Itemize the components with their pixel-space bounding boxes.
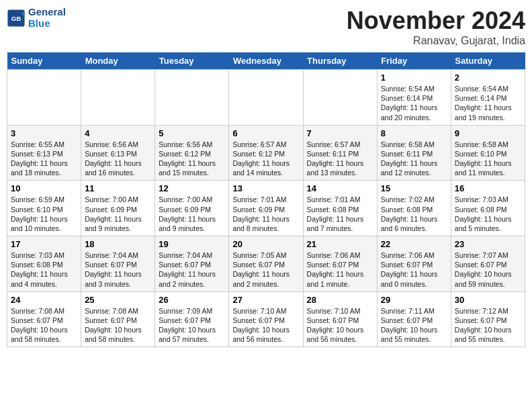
day-info: Sunrise: 6:56 AM Sunset: 6:13 PM Dayligh… xyxy=(85,140,151,178)
location: Ranavav, Gujarat, India xyxy=(347,35,525,47)
week-row-3: 17Sunrise: 7:03 AM Sunset: 6:08 PM Dayli… xyxy=(7,236,525,292)
svg-text:GB: GB xyxy=(11,15,21,22)
day-info: Sunrise: 7:05 AM Sunset: 6:07 PM Dayligh… xyxy=(232,250,299,289)
day-cell: 9Sunrise: 6:58 AM Sunset: 6:10 PM Daylig… xyxy=(451,125,525,181)
day-info: Sunrise: 7:12 AM Sunset: 6:07 PM Dayligh… xyxy=(455,306,521,345)
day-info: Sunrise: 7:09 AM Sunset: 6:07 PM Dayligh… xyxy=(159,306,225,345)
day-info: Sunrise: 7:04 AM Sunset: 6:07 PM Dayligh… xyxy=(159,250,225,289)
day-number: 2 xyxy=(455,73,521,83)
day-cell: 25Sunrise: 7:08 AM Sunset: 6:07 PM Dayli… xyxy=(81,291,155,347)
month-title: November 2024 xyxy=(347,7,525,35)
day-cell xyxy=(7,70,81,126)
day-cell: 14Sunrise: 7:01 AM Sunset: 6:08 PM Dayli… xyxy=(303,181,377,236)
day-info: Sunrise: 6:58 AM Sunset: 6:10 PM Dayligh… xyxy=(455,140,521,178)
day-number: 5 xyxy=(159,128,225,138)
day-number: 21 xyxy=(307,239,373,249)
week-row-4: 24Sunrise: 7:08 AM Sunset: 6:07 PM Dayli… xyxy=(7,291,525,347)
day-cell: 18Sunrise: 7:04 AM Sunset: 6:07 PM Dayli… xyxy=(81,236,155,292)
day-number: 17 xyxy=(11,239,77,249)
day-cell: 17Sunrise: 7:03 AM Sunset: 6:08 PM Dayli… xyxy=(7,236,81,292)
day-number: 11 xyxy=(85,183,151,193)
day-cell: 28Sunrise: 7:10 AM Sunset: 6:07 PM Dayli… xyxy=(303,291,377,347)
weekday-header-tuesday: Tuesday xyxy=(155,52,229,70)
day-info: Sunrise: 7:00 AM Sunset: 6:09 PM Dayligh… xyxy=(85,195,151,233)
weekday-header-wednesday: Wednesday xyxy=(229,52,303,70)
day-cell: 5Sunrise: 6:56 AM Sunset: 6:12 PM Daylig… xyxy=(155,125,229,181)
day-number: 26 xyxy=(159,295,225,305)
day-info: Sunrise: 7:10 AM Sunset: 6:07 PM Dayligh… xyxy=(232,306,299,345)
weekday-header-monday: Monday xyxy=(81,52,155,70)
day-number: 15 xyxy=(381,183,447,193)
day-number: 14 xyxy=(307,183,373,193)
day-number: 13 xyxy=(232,183,299,193)
day-cell xyxy=(81,70,155,126)
day-cell: 8Sunrise: 6:58 AM Sunset: 6:11 PM Daylig… xyxy=(377,125,451,181)
weekday-header-thursday: Thursday xyxy=(303,52,377,70)
day-info: Sunrise: 7:02 AM Sunset: 6:08 PM Dayligh… xyxy=(381,195,447,233)
logo-icon: GB xyxy=(7,9,26,28)
day-cell: 6Sunrise: 6:57 AM Sunset: 6:12 PM Daylig… xyxy=(229,125,303,181)
day-number: 24 xyxy=(11,295,77,305)
day-info: Sunrise: 6:54 AM Sunset: 6:14 PM Dayligh… xyxy=(381,84,447,122)
day-info: Sunrise: 6:58 AM Sunset: 6:11 PM Dayligh… xyxy=(381,140,447,178)
title-block: November 2024 Ranavav, Gujarat, India xyxy=(347,7,525,47)
week-row-1: 3Sunrise: 6:55 AM Sunset: 6:13 PM Daylig… xyxy=(7,125,525,181)
calendar-body: 1Sunrise: 6:54 AM Sunset: 6:14 PM Daylig… xyxy=(7,70,525,347)
day-cell: 11Sunrise: 7:00 AM Sunset: 6:09 PM Dayli… xyxy=(81,181,155,236)
day-number: 18 xyxy=(85,239,151,249)
day-info: Sunrise: 7:03 AM Sunset: 6:08 PM Dayligh… xyxy=(11,250,77,289)
day-info: Sunrise: 6:57 AM Sunset: 6:12 PM Dayligh… xyxy=(232,140,299,178)
day-info: Sunrise: 6:59 AM Sunset: 6:10 PM Dayligh… xyxy=(11,195,77,233)
day-info: Sunrise: 6:57 AM Sunset: 6:11 PM Dayligh… xyxy=(307,140,373,178)
day-cell: 24Sunrise: 7:08 AM Sunset: 6:07 PM Dayli… xyxy=(7,291,81,347)
day-info: Sunrise: 7:03 AM Sunset: 6:08 PM Dayligh… xyxy=(455,195,521,233)
day-number: 19 xyxy=(159,239,225,249)
week-row-2: 10Sunrise: 6:59 AM Sunset: 6:10 PM Dayli… xyxy=(7,181,525,236)
day-info: Sunrise: 7:04 AM Sunset: 6:07 PM Dayligh… xyxy=(85,250,151,289)
day-info: Sunrise: 7:08 AM Sunset: 6:07 PM Dayligh… xyxy=(11,306,77,345)
day-info: Sunrise: 7:11 AM Sunset: 6:07 PM Dayligh… xyxy=(381,306,447,345)
day-number: 1 xyxy=(381,73,447,83)
day-cell: 2Sunrise: 6:54 AM Sunset: 6:14 PM Daylig… xyxy=(451,70,525,126)
day-cell: 4Sunrise: 6:56 AM Sunset: 6:13 PM Daylig… xyxy=(81,125,155,181)
day-info: Sunrise: 7:06 AM Sunset: 6:07 PM Dayligh… xyxy=(307,250,373,289)
day-cell: 26Sunrise: 7:09 AM Sunset: 6:07 PM Dayli… xyxy=(155,291,229,347)
day-cell: 10Sunrise: 6:59 AM Sunset: 6:10 PM Dayli… xyxy=(7,181,81,236)
day-cell: 1Sunrise: 6:54 AM Sunset: 6:14 PM Daylig… xyxy=(377,70,451,126)
weekday-header-friday: Friday xyxy=(377,52,451,70)
weekday-header-sunday: Sunday xyxy=(7,52,81,70)
day-cell: 20Sunrise: 7:05 AM Sunset: 6:07 PM Dayli… xyxy=(229,236,303,292)
day-info: Sunrise: 7:08 AM Sunset: 6:07 PM Dayligh… xyxy=(85,306,151,345)
day-cell: 23Sunrise: 7:07 AM Sunset: 6:07 PM Dayli… xyxy=(451,236,525,292)
day-info: Sunrise: 7:01 AM Sunset: 6:09 PM Dayligh… xyxy=(232,195,299,233)
logo-line1: General xyxy=(28,7,66,18)
day-number: 4 xyxy=(85,128,151,138)
logo: GB General Blue xyxy=(7,7,66,29)
day-number: 12 xyxy=(159,183,225,193)
day-number: 9 xyxy=(455,128,521,138)
day-cell: 29Sunrise: 7:11 AM Sunset: 6:07 PM Dayli… xyxy=(377,291,451,347)
day-info: Sunrise: 6:56 AM Sunset: 6:12 PM Dayligh… xyxy=(159,140,225,178)
day-cell: 3Sunrise: 6:55 AM Sunset: 6:13 PM Daylig… xyxy=(7,125,81,181)
day-number: 28 xyxy=(307,295,373,305)
calendar-table: SundayMondayTuesdayWednesdayThursdayFrid… xyxy=(7,52,525,347)
day-info: Sunrise: 7:10 AM Sunset: 6:07 PM Dayligh… xyxy=(307,306,373,345)
day-cell xyxy=(229,70,303,126)
day-number: 22 xyxy=(381,239,447,249)
day-cell xyxy=(303,70,377,126)
day-info: Sunrise: 7:06 AM Sunset: 6:07 PM Dayligh… xyxy=(381,250,447,289)
day-cell: 15Sunrise: 7:02 AM Sunset: 6:08 PM Dayli… xyxy=(377,181,451,236)
day-cell: 16Sunrise: 7:03 AM Sunset: 6:08 PM Dayli… xyxy=(451,181,525,236)
weekday-row: SundayMondayTuesdayWednesdayThursdayFrid… xyxy=(7,52,525,70)
week-row-0: 1Sunrise: 6:54 AM Sunset: 6:14 PM Daylig… xyxy=(7,70,525,126)
day-number: 16 xyxy=(455,183,521,193)
day-cell: 13Sunrise: 7:01 AM Sunset: 6:09 PM Dayli… xyxy=(229,181,303,236)
day-number: 29 xyxy=(381,295,447,305)
day-cell: 12Sunrise: 7:00 AM Sunset: 6:09 PM Dayli… xyxy=(155,181,229,236)
day-number: 10 xyxy=(11,183,77,193)
day-cell: 19Sunrise: 7:04 AM Sunset: 6:07 PM Dayli… xyxy=(155,236,229,292)
day-info: Sunrise: 7:00 AM Sunset: 6:09 PM Dayligh… xyxy=(159,195,225,233)
day-cell: 30Sunrise: 7:12 AM Sunset: 6:07 PM Dayli… xyxy=(451,291,525,347)
day-cell: 22Sunrise: 7:06 AM Sunset: 6:07 PM Dayli… xyxy=(377,236,451,292)
day-info: Sunrise: 6:54 AM Sunset: 6:14 PM Dayligh… xyxy=(455,84,521,122)
